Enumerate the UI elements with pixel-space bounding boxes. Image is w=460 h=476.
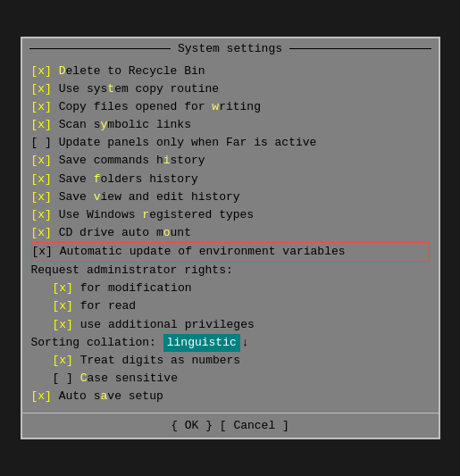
item-auto-env-vars[interactable]: [x] Automatic update of environment vari… — [31, 242, 430, 262]
item-save-folders[interactable]: [x] Save folders history — [31, 171, 430, 188]
item-save-view[interactable]: [x] Save view and edit history — [31, 188, 430, 206]
cancel-button[interactable]: [ Cancel ] — [220, 419, 289, 432]
item-update-panels[interactable]: [ ] Update panels only when Far is activ… — [31, 134, 430, 152]
dialog-content: [x] Delete to Recycle Bin [x] Use system… — [22, 59, 439, 413]
item-delete-recycle[interactable]: [x] Delete to Recycle Bin — [31, 63, 430, 80]
dialog-title: System settings — [178, 42, 282, 55]
sorting-dropdown[interactable]: linguistic — [163, 334, 240, 352]
title-bar: System settings — [22, 38, 439, 59]
item-auto-save[interactable]: [x] Auto save setup — [31, 388, 430, 405]
item-use-additional[interactable]: [x] use additional privileges — [31, 316, 430, 334]
item-copy-writing[interactable]: [x] Copy files opened for writing — [31, 98, 430, 116]
item-case-sensitive[interactable]: [ ] Case sensitive — [31, 370, 430, 388]
sorting-label: Sorting collation: — [31, 334, 163, 352]
item-scan-symbolic[interactable]: [x] Scan symbolic links — [31, 116, 430, 134]
item-for-modification[interactable]: [x] for modification — [31, 280, 430, 297]
item-for-read[interactable]: [x] for read — [31, 297, 430, 315]
item-save-commands[interactable]: [x] Save commands history — [31, 152, 430, 170]
system-settings-dialog: System settings [x] Delete to Recycle Bi… — [21, 37, 440, 440]
sorting-collation-row[interactable]: Sorting collation: linguistic ↓ — [31, 334, 430, 352]
ok-button[interactable]: { OK } — [171, 419, 213, 432]
item-treat-digits[interactable]: [x] Treat digits as numbers — [31, 352, 430, 370]
item-windows-registered[interactable]: [x] Use Windows registered types — [31, 206, 430, 224]
sorting-arrow: ↓ — [242, 334, 249, 352]
dialog-footer: { OK } [ Cancel ] — [22, 413, 439, 438]
item-system-copy[interactable]: [x] Use system copy routine — [31, 80, 430, 98]
sorting-value: linguistic — [167, 334, 237, 352]
request-admin-label: Request administrator rights: — [31, 262, 430, 280]
item-cd-drive[interactable]: [x] CD drive auto mount — [31, 224, 430, 242]
